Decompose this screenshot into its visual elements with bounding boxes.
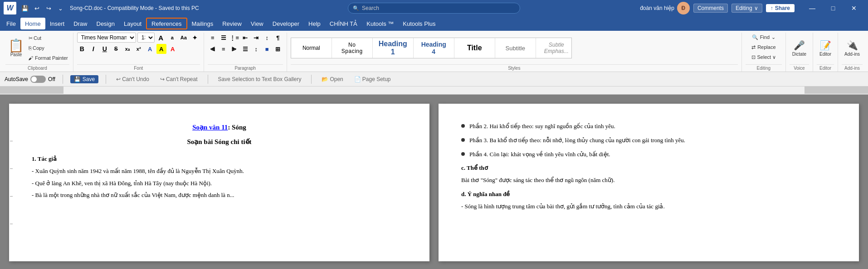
cant-undo-label: Can't Undo: [122, 76, 149, 82]
font-color-button[interactable]: A: [168, 44, 178, 54]
menu-references[interactable]: References: [146, 18, 187, 29]
font-shrink-button[interactable]: a: [167, 33, 177, 43]
border-button[interactable]: ⊞: [273, 44, 283, 54]
show-marks-button[interactable]: ¶: [273, 33, 283, 43]
left-page[interactable]: Soạn văn 11: Sóng Soạn bài Sóng chi tiết…: [9, 104, 429, 261]
menu-home[interactable]: Home: [20, 18, 45, 29]
share-button[interactable]: ↑ Share: [766, 4, 795, 12]
replace-label: Replace: [757, 44, 775, 50]
justify-button[interactable]: ☰: [240, 44, 250, 54]
search-placeholder: Search: [362, 5, 379, 11]
paste-button[interactable]: 📋 Paste: [5, 33, 27, 63]
open-button[interactable]: 📂 Open: [319, 75, 346, 83]
section-c-label: c. Thể thơ: [461, 163, 836, 173]
style-heading4[interactable]: Heading 4: [414, 38, 454, 58]
superscript-button[interactable]: x²: [134, 44, 144, 54]
format-painter-button[interactable]: 🖌 Format Painter: [27, 53, 69, 62]
style-heading1[interactable]: Heading 1: [373, 38, 414, 58]
style-subtitle[interactable]: Subtitle: [495, 38, 536, 58]
ribbon-group-editor: 📝 Editor Editor: [813, 33, 838, 72]
menu-design[interactable]: Design: [92, 18, 119, 29]
autosave-toggle[interactable]: AutoSave Off: [5, 76, 55, 83]
cant-repeat-button[interactable]: ↪ Can't Repeat: [157, 75, 200, 83]
editing-button[interactable]: Editing ∨: [731, 4, 762, 13]
menu-kutools[interactable]: Kutools ™: [362, 18, 398, 29]
close-button[interactable]: ✕: [844, 0, 864, 16]
menu-developer[interactable]: Developer: [268, 18, 304, 29]
sort-button[interactable]: ↕: [262, 33, 272, 43]
menu-file[interactable]: File: [2, 18, 20, 29]
bold-button[interactable]: B: [77, 44, 87, 54]
quick-access-more[interactable]: ⌄: [55, 3, 65, 13]
page-setup-button[interactable]: 📄 Page Setup: [351, 75, 394, 83]
font-size-select[interactable]: 13: [137, 33, 155, 43]
toggle-track[interactable]: [30, 76, 46, 83]
word-logo: W: [4, 2, 16, 14]
quick-access-save[interactable]: 💾: [20, 3, 30, 13]
numbering-button[interactable]: ☰: [219, 33, 229, 43]
font-grow-button[interactable]: A: [156, 33, 166, 43]
share-label: Share: [775, 5, 790, 11]
comments-button[interactable]: Comments: [693, 4, 728, 13]
right-page[interactable]: Phần 2. Hai khổ tiếp theo: suy nghĩ nguồ…: [439, 104, 859, 261]
paragraph-fill-button[interactable]: ■: [262, 44, 272, 54]
replace-button[interactable]: ⇄ Replace: [750, 43, 777, 52]
addins-button[interactable]: 🔌 Add-ins: [842, 36, 863, 60]
format-painter-label: Format Painter: [35, 55, 68, 61]
user-avatar[interactable]: Đ: [677, 2, 690, 14]
menu-draw[interactable]: Draw: [69, 18, 92, 29]
text-effects-button[interactable]: A: [145, 44, 155, 54]
style-normal[interactable]: Normal: [291, 38, 332, 58]
save-selection-button[interactable]: Save Selection to Text Box Gallery: [215, 75, 304, 83]
save-button[interactable]: 💾 Save: [70, 75, 98, 83]
font-case-button[interactable]: Aa: [179, 33, 189, 43]
menu-review[interactable]: Review: [218, 18, 246, 29]
find-button[interactable]: 🔍 Find ⌄: [751, 33, 777, 42]
menu-chinh-ta[interactable]: CHÍNH TẢ: [325, 18, 362, 29]
cut-icon: ✂: [29, 35, 33, 41]
line-spacing-button[interactable]: ↕: [251, 44, 261, 54]
align-right-button[interactable]: ⫸: [229, 44, 239, 54]
section-d-text: - Sóng là hình tượng trung tâm của bài t…: [461, 202, 836, 211]
quick-access-redo[interactable]: ↪: [44, 3, 54, 13]
increase-indent-button[interactable]: ⇥: [251, 33, 261, 43]
menu-help[interactable]: Help: [304, 18, 325, 29]
align-center-button[interactable]: ≡: [219, 44, 229, 54]
menu-layout[interactable]: Layout: [119, 18, 146, 29]
quick-access-undo[interactable]: ↩: [32, 3, 42, 13]
subscript-button[interactable]: x₂: [122, 44, 132, 54]
copy-icon: ⎘: [29, 45, 32, 51]
doc-title-link[interactable]: Soạn văn 11: [192, 124, 228, 131]
multilevel-button[interactable]: ⋮≡: [229, 33, 239, 43]
undo-icon: ↩: [116, 76, 121, 82]
font-name-select[interactable]: Times New Roman: [77, 33, 136, 43]
bullet-dot-3: [461, 152, 465, 156]
menu-insert[interactable]: Insert: [45, 18, 69, 29]
editor-label: Editor: [819, 52, 831, 57]
text-highlight-button[interactable]: A: [156, 44, 166, 54]
style-subtle-emphasis[interactable]: Subtle Emphas...: [536, 38, 572, 58]
italic-button[interactable]: I: [88, 44, 98, 54]
minimize-button[interactable]: —: [802, 0, 823, 16]
cut-button[interactable]: ✂ Cut: [27, 34, 69, 43]
maximize-button[interactable]: □: [823, 0, 844, 16]
editor-button[interactable]: 📝 Editor: [817, 36, 834, 60]
search-bar[interactable]: 🔍 Search: [348, 3, 520, 14]
strikethrough-button[interactable]: S: [111, 44, 121, 54]
editor-icon: 📝: [820, 40, 831, 51]
cant-undo-button[interactable]: ↩ Can't Undo: [113, 75, 152, 83]
underline-button[interactable]: U: [100, 44, 110, 54]
decrease-indent-button[interactable]: ⇤: [240, 33, 250, 43]
copy-button[interactable]: ⎘ Copy: [27, 43, 69, 53]
separator-4: [311, 75, 312, 84]
menu-view[interactable]: View: [246, 18, 268, 29]
style-title[interactable]: Title: [454, 38, 495, 58]
select-button[interactable]: ⊡ Select ∨: [750, 53, 778, 62]
bullets-button[interactable]: ≡: [208, 33, 218, 43]
menu-kutools-plus[interactable]: Kutools Plus: [398, 18, 440, 29]
dictate-button[interactable]: 🎤 Dictate: [790, 36, 809, 60]
menu-mailings[interactable]: Mailings: [187, 18, 218, 29]
align-left-button[interactable]: ⫷: [208, 44, 218, 54]
style-no-spacing[interactable]: No Spacing: [332, 38, 373, 58]
font-clear-button[interactable]: ✦: [190, 33, 200, 43]
